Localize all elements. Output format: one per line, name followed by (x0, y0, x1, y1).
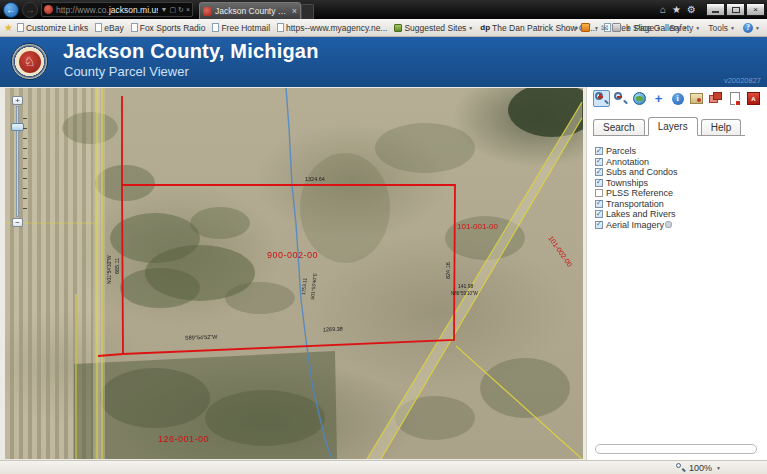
zoom-in-tool-button[interactable] (593, 90, 610, 107)
full-extent-button[interactable] (631, 90, 648, 107)
layer-item-townships[interactable]: ✓ Townships (595, 178, 767, 189)
layer-label: Transportation (606, 199, 664, 209)
export-report-button[interactable] (726, 90, 743, 107)
add-favorite-icon[interactable]: ★ (4, 22, 13, 33)
map-viewport[interactable]: 900-002-00 126-001-00 101-001-00 101-002… (5, 88, 583, 459)
layer-item-subs-and-condos[interactable]: ✓ Subs and Condos (595, 167, 767, 178)
forward-icon: → (25, 5, 35, 15)
export-pdf-button[interactable]: A (745, 90, 762, 107)
bearing-label: N01°54'30"W (107, 255, 112, 284)
checkbox-checked[interactable]: ✓ (595, 200, 603, 208)
layers-tool-button[interactable] (707, 90, 724, 107)
page-menu[interactable]: Page▼ (634, 23, 661, 33)
layer-label: Annotation (606, 157, 649, 167)
zoom-tick (23, 208, 27, 209)
identify-tool-button[interactable]: i (669, 90, 686, 107)
page-icon (95, 23, 102, 32)
chevron-down-icon: ▼ (695, 25, 700, 31)
tab-search[interactable]: Search (593, 119, 645, 135)
panel-scrollbar[interactable] (595, 444, 757, 454)
main-content: 900-002-00 126-001-00 101-001-00 101-002… (0, 87, 767, 460)
tab-layers[interactable]: Layers (648, 117, 698, 136)
checkbox-checked[interactable]: ✓ (595, 168, 603, 176)
layer-item-annotation[interactable]: ✓ Annotation (595, 157, 767, 168)
parcel-id-label: 101-002-00 (547, 235, 573, 268)
browser-status-bar: 100% ▼ (0, 460, 767, 474)
suggested-sites-link[interactable]: Suggested Sites▼ (394, 23, 473, 33)
compatibility-view-icon[interactable]: ▢ (169, 6, 176, 14)
dp-badge-icon: dp (480, 23, 490, 32)
favorite-label: Customize Links (26, 23, 88, 33)
layer-label: Townships (606, 178, 648, 188)
zoom-out-button[interactable]: − (12, 218, 23, 227)
settings-gear-icon[interactable]: ⚙ (687, 5, 696, 15)
layer-item-aerial-imagery[interactable]: ✓ Aerial Imagery (595, 220, 767, 231)
url-prefix: http://www.co. (56, 5, 109, 15)
checkbox-checked[interactable]: ✓ (595, 179, 603, 187)
zoom-slider-handle[interactable] (11, 123, 24, 131)
map-zoom-slider[interactable]: + − (10, 96, 30, 228)
home-icon[interactable]: ⌂ (660, 5, 666, 15)
side-panel: + i A Search Layers Help (586, 87, 767, 460)
address-dropdown-icon[interactable]: ▼ (160, 6, 167, 13)
close-window-button[interactable]: × (746, 3, 765, 16)
layer-item-lakes-and-rivers[interactable]: ✓ Lakes and Rivers (595, 209, 767, 220)
safety-menu[interactable]: Safety▼ (669, 23, 700, 33)
page-zoom-indicator[interactable]: 100% ▼ (676, 463, 721, 473)
browser-titlebar: ← → http://www.co.jackson.mi.us/CountyGI… (0, 0, 767, 19)
layer-options-gear-icon[interactable] (665, 221, 672, 228)
read-mail-icon[interactable]: ✉ (601, 23, 609, 33)
favorite-link[interactable]: Fox Sports Radio (131, 23, 206, 33)
favorites-star-icon[interactable]: ★ (672, 5, 681, 15)
print-map-icon (690, 93, 703, 104)
browser-tab[interactable]: Jackson County GIS | Parcel... × (199, 2, 301, 19)
page-subtitle: County Parcel Viewer (64, 64, 189, 79)
layer-label: Subs and Condos (606, 167, 678, 177)
zoom-in-button[interactable]: + (12, 96, 23, 105)
tab-close-icon[interactable]: × (292, 6, 297, 16)
map-canvas[interactable]: 900-002-00 126-001-00 101-001-00 101-002… (5, 88, 583, 459)
rss-feed-icon[interactable] (581, 23, 590, 32)
favorite-link[interactable]: Customize Links (17, 23, 88, 33)
map-toolbar: + i A (587, 87, 767, 108)
back-button[interactable]: ← (3, 2, 19, 18)
checkbox-checked[interactable]: ✓ (595, 210, 603, 218)
zoom-tick (23, 118, 27, 119)
refresh-icon[interactable]: ↻ (178, 6, 184, 14)
new-tab-button[interactable] (301, 4, 314, 19)
checkbox-checked[interactable]: ✓ (595, 221, 603, 229)
chevron-down-icon: ▼ (716, 465, 721, 471)
print-map-button[interactable] (688, 90, 705, 107)
layer-item-parcels[interactable]: ✓ Parcels (595, 146, 767, 157)
chevron-down-icon: ▼ (625, 25, 630, 31)
favorites-bar: ★ Customize Links eBay Fox Sports Radio … (0, 19, 767, 37)
checkbox-checked[interactable]: ✓ (595, 158, 603, 166)
zoom-in-icon (594, 91, 609, 106)
tools-menu[interactable]: Tools▼ (708, 23, 735, 33)
layer-item-transportation[interactable]: ✓ Transportation (595, 199, 767, 210)
layer-list: ✓ Parcels ✓ Annotation ✓ Subs and Condos… (595, 146, 767, 230)
print-icon[interactable] (612, 23, 621, 32)
pan-icon: + (655, 92, 663, 105)
pdf-icon: A (747, 92, 760, 105)
home-icon[interactable]: ⌂ (565, 23, 570, 33)
address-bar[interactable]: http://www.co.jackson.mi.us/CountyGIS ▼ … (41, 2, 193, 17)
favorite-link[interactable]: eBay (95, 23, 123, 33)
checkbox-unchecked[interactable] (595, 189, 603, 197)
favorite-link[interactable]: https--www.myagency.ne... (277, 23, 387, 33)
maximize-button[interactable] (726, 3, 745, 16)
forward-button[interactable]: → (22, 2, 38, 18)
zoom-out-tool-button[interactable] (612, 90, 629, 107)
favorite-link[interactable]: Free Hotmail (212, 23, 270, 33)
stop-icon[interactable]: × (186, 6, 190, 13)
help-menu[interactable]: ?▼ (743, 23, 760, 33)
tab-help[interactable]: Help (701, 119, 742, 135)
favorite-label: Suggested Sites (404, 23, 466, 33)
minimize-button[interactable] (706, 3, 725, 16)
layer-item-plss-reference[interactable]: PLSS Reference (595, 188, 767, 199)
url-text[interactable]: http://www.co.jackson.mi.us/CountyGIS (56, 5, 158, 15)
road-surface (93, 88, 105, 459)
page-menu-label: Page (634, 23, 654, 33)
pan-tool-button[interactable]: + (650, 90, 667, 107)
checkbox-checked[interactable]: ✓ (595, 147, 603, 155)
